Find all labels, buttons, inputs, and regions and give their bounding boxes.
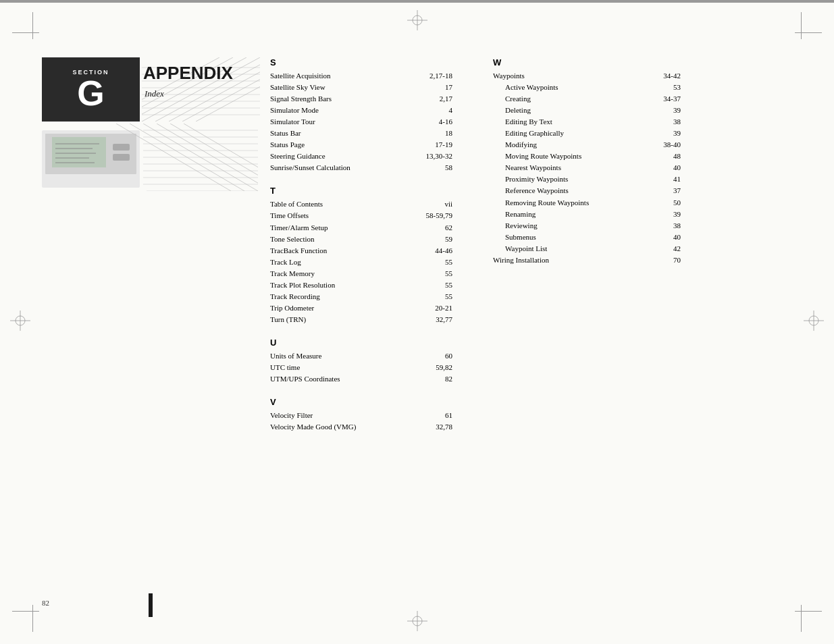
- entry-trip-odometer: Trip Odometer 20-21: [270, 302, 452, 314]
- crosshair-right: [800, 307, 827, 337]
- black-bar: [149, 593, 153, 617]
- entry-proximity-waypoints: Proximity Waypoints 41: [493, 173, 681, 185]
- page: SECTION G: [0, 0, 834, 644]
- entry-track-plot: Track Plot Resolution 55: [270, 279, 452, 291]
- section-u: U Units of Measure 60 UTC time 59,82 UTM…: [270, 338, 452, 385]
- entry-velocity-filter: Velocity Filter 61: [270, 410, 452, 421]
- section-w: W Waypoints 34-42 Active Waypoints 53 Cr…: [493, 57, 681, 266]
- entry-utc-time: UTC time 59,82: [270, 362, 452, 373]
- rule-bottom-right: [795, 611, 822, 612]
- entry-waypoints: Waypoints 34-42: [493, 70, 681, 82]
- badge-box: SECTION G: [42, 57, 140, 122]
- main-content: S Satellite Acquisition 2,17-18 Satellit…: [270, 57, 753, 590]
- badge-appendix-text: APPENDIX: [143, 63, 233, 84]
- entry-wiring-installation: Wiring Installation 70: [493, 254, 681, 266]
- entry-simulator-tour: Simulator Tour 4-16: [270, 116, 452, 128]
- entry-editing-by-text: Editing By Text 38: [493, 116, 681, 128]
- right-column: W Waypoints 34-42 Active Waypoints 53 Cr…: [493, 57, 681, 445]
- entry-active-waypoints: Active Waypoints 53: [493, 82, 681, 93]
- entry-reviewing: Reviewing 38: [493, 220, 681, 232]
- section-w-letter: W: [493, 57, 681, 68]
- entry-submenus: Submenus 40: [493, 232, 681, 243]
- section-s-letter: S: [270, 57, 452, 68]
- entry-tracback: TracBack Function 44-46: [270, 245, 452, 257]
- crosshair-bottom: [404, 608, 431, 637]
- crosshair-top: [404, 7, 431, 36]
- entry-reference-waypoints: Reference Waypoints 37: [493, 185, 681, 196]
- entry-renaming: Renaming 39: [493, 209, 681, 220]
- rule-right-top: [801, 12, 802, 39]
- section-u-letter: U: [270, 338, 452, 348]
- entry-editing-graphically: Editing Graphically 39: [493, 128, 681, 139]
- rule-top-right: [795, 32, 822, 33]
- badge-index-text: Index: [145, 87, 164, 99]
- entry-deleting: Deleting 39: [493, 105, 681, 116]
- entry-satellite-sky-view: Satellite Sky View 17: [270, 82, 452, 93]
- entry-turn-trn: Turn (TRN) 32,77: [270, 314, 452, 325]
- entry-track-log: Track Log 55: [270, 257, 452, 268]
- entry-removing-route-waypoints: Removing Route Waypoints 50: [493, 197, 681, 209]
- section-s: S Satellite Acquisition 2,17-18 Satellit…: [270, 57, 452, 173]
- entry-time-offsets: Time Offsets 58-59,79: [270, 210, 452, 221]
- svg-rect-32: [113, 154, 130, 161]
- left-column: S Satellite Acquisition 2,17-18 Satellit…: [270, 57, 452, 445]
- rule-right-bottom: [801, 605, 802, 632]
- entry-utm-ups: UTM/UPS Coordinates 82: [270, 373, 452, 385]
- index-columns: S Satellite Acquisition 2,17-18 Satellit…: [270, 57, 753, 445]
- section-v: V Velocity Filter 61 Velocity Made Good …: [270, 397, 452, 433]
- entry-signal-strength: Signal Strength Bars 2,17: [270, 93, 452, 105]
- entry-modifying: Modifying 38-40: [493, 139, 681, 151]
- entry-creating: Creating 34-37: [493, 93, 681, 105]
- entry-status-bar: Status Bar 18: [270, 128, 452, 139]
- rule-left-bottom: [32, 605, 33, 632]
- entry-steering-guidance: Steering Guidance 13,30-32: [270, 151, 452, 162]
- entry-status-page: Status Page 17-19: [270, 139, 452, 151]
- entry-units-measure: Units of Measure 60: [270, 350, 452, 362]
- svg-rect-31: [113, 144, 130, 151]
- entry-moving-route-waypoints: Moving Route Waypoints 48: [493, 151, 681, 162]
- entry-simulator-mode: Simulator Mode 4: [270, 105, 452, 116]
- entry-toc: Table of Contents vii: [270, 198, 452, 210]
- entry-nearest-waypoints: Nearest Waypoints 40: [493, 162, 681, 173]
- entry-satellite-acquisition: Satellite Acquisition 2,17-18: [270, 70, 452, 82]
- entry-velocity-vmg: Velocity Made Good (VMG) 32,78: [270, 421, 452, 433]
- entry-track-memory: Track Memory 55: [270, 268, 452, 279]
- corner-mark-br: [0, 2, 834, 3]
- rule-bottom-left: [12, 611, 39, 612]
- rule-left-top: [32, 12, 33, 39]
- page-number: 82: [42, 599, 49, 607]
- rule-top-left: [12, 32, 39, 33]
- entry-sunrise-sunset: Sunrise/Sunset Calculation 58: [270, 162, 452, 173]
- section-v-letter: V: [270, 397, 452, 407]
- entry-timer-alarm: Timer/Alarm Setup 62: [270, 222, 452, 234]
- section-t: T Table of Contents vii Time Offsets 58-…: [270, 186, 452, 325]
- badge-graphic: [42, 124, 258, 191]
- section-badge: SECTION G: [42, 57, 258, 192]
- badge-letter: G: [77, 76, 104, 111]
- entry-track-recording: Track Recording 55: [270, 291, 452, 302]
- entry-tone-selection: Tone Selection 59: [270, 234, 452, 245]
- entry-waypoint-list: Waypoint List 42: [493, 243, 681, 254]
- section-t-letter: T: [270, 186, 452, 196]
- crosshair-left: [7, 307, 34, 337]
